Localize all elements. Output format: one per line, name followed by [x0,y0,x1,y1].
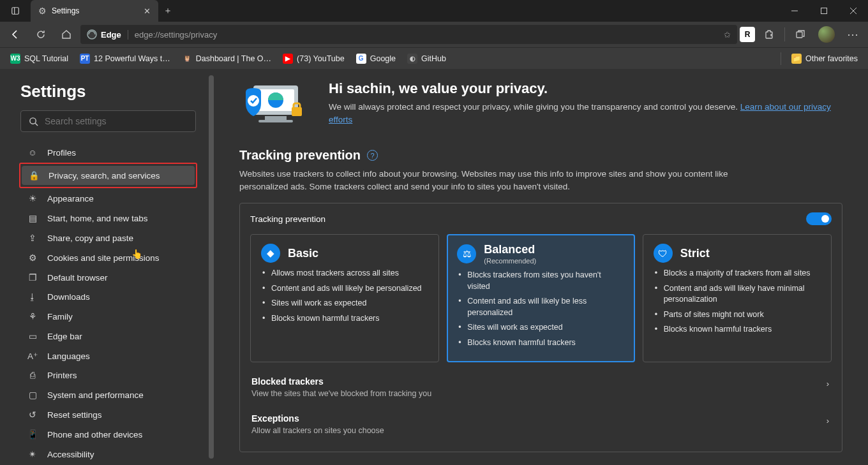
new-tab-button[interactable]: ＋ [158,0,177,22]
window-minimize-button[interactable] [780,0,809,22]
sidebar-item-label: Reset settings [47,410,102,420]
system-icon: ▢ [27,390,38,400]
reset-icon: ↺ [27,410,38,420]
bookmark-item[interactable]: ◐GitHub [403,51,450,66]
collections-button[interactable] [789,24,812,45]
extensions-button[interactable] [758,24,781,45]
favicon-icon: ◐ [407,54,417,64]
sidebar-item-printers[interactable]: ⎙Printers [20,366,196,385]
window-titlebar: ⚙ Settings ✕ ＋ [0,0,868,22]
bookmark-item[interactable]: PT12 Powerful Ways t… [76,51,174,66]
favicon-icon: G [356,54,366,64]
sidebar-item-edgebar[interactable]: ▭Edge bar [20,327,196,346]
sidebar-item-cookies[interactable]: ⚙Cookies and site permissions [20,248,196,267]
bookmark-item[interactable]: 🦉Dashboard | The O… [178,51,275,66]
sidebar-item-appearance[interactable]: ☀Appearance [20,189,196,208]
search-icon [29,117,38,126]
sidebar-item-default-browser[interactable]: ❐Default browser [20,268,196,287]
sidebar-item-reset[interactable]: ↺Reset settings [20,405,196,424]
favicon-icon: W3 [10,54,20,64]
sidebar-item-privacy[interactable]: 🔒Privacy, search, and services [22,166,195,185]
card-bullet: Blocks trackers from sites you haven't v… [457,270,624,292]
sidebar-item-downloads[interactable]: ⭳Downloads [20,288,196,306]
bookmark-item[interactable]: W3SQL Tutorial [6,51,72,66]
sidebar-item-system[interactable]: ▢System and performance [20,385,196,404]
card-bullet: Sites will work as expected [261,298,428,309]
close-tab-button[interactable]: ✕ [144,6,151,16]
exceptions-link[interactable]: Exceptions Allow all trackers on sites y… [250,406,832,443]
person-icon: ☺ [27,148,38,158]
tracking-card-basic[interactable]: ◆Basic Allows most trackers across all s… [250,234,439,362]
bookmark-label: SQL Tutorial [24,54,68,63]
chevron-right-icon: › [827,416,829,425]
favicon-icon: PT [80,54,90,64]
app-menu-button[interactable]: ⋯ [841,24,864,45]
svg-point-8 [30,117,36,123]
card-subtitle: (Recommended) [484,257,536,265]
browser-tab[interactable]: ⚙ Settings ✕ [31,0,158,22]
download-icon: ⭳ [27,292,38,302]
browser-toolbar: Edge edge://settings/privacy ✩ R ⋯ [0,22,868,47]
sidebar-item-label: Start, home, and new tabs [47,214,148,223]
tab-label: Settings [52,6,138,15]
extension-badge[interactable]: R [740,27,755,42]
other-favorites-button[interactable]: 📁Other favorites [788,51,862,66]
tab-actions-button[interactable] [4,1,27,21]
page-title: Settings [20,82,196,101]
svg-rect-3 [821,8,827,14]
svg-rect-0 [12,8,19,15]
sidebar-item-languages[interactable]: A⁺Languages [20,346,196,365]
gear-icon: ⚙ [38,6,47,16]
sidebar-item-accessibility[interactable]: ✴Accessibility [20,445,196,464]
hero-body: We will always protect and respect your … [329,101,842,126]
row-desc: Allow all trackers on sites you choose [251,426,830,435]
tracking-card-strict[interactable]: 🛡Strict Blocks a majority of trackers fr… [643,234,832,362]
window-maximize-button[interactable] [809,0,839,22]
card-bullet: Parts of sites might not work [654,309,821,321]
window-close-button[interactable] [839,0,868,22]
folder-icon: 📁 [791,54,802,64]
sidebar-item-share[interactable]: ⇪Share, copy and paste [20,228,196,247]
sidebar-item-profiles[interactable]: ☺Profiles [20,144,196,162]
bookmark-item[interactable]: GGoogle [352,51,400,66]
sidebar-item-label: Privacy, search, and services [49,171,160,181]
svg-rect-14 [258,120,293,122]
favicon-icon: ▶ [283,54,293,64]
chevron-right-icon: › [827,379,829,388]
tracking-prevention-toggle[interactable] [806,212,832,225]
edge-logo-icon [87,29,97,40]
favicon-icon: 🦉 [182,54,192,64]
row-title: Blocked trackers [251,376,830,387]
sidebar-item-label: Phone and other devices [47,430,142,439]
window-icon: ▤ [27,213,38,223]
basic-badge-icon: ◆ [261,244,280,263]
settings-sidebar: Settings ☺Profiles 🔒Privacy, search, and… [0,69,214,465]
search-settings[interactable] [20,110,196,132]
settings-main: Hi sachin, we value your privacy. We wil… [214,69,868,465]
card-bullet: Content and ads will likely be personali… [261,283,428,295]
svg-rect-13 [265,116,287,120]
blocked-trackers-link[interactable]: Blocked trackers View the sites that we'… [250,369,832,406]
home-button[interactable] [55,24,78,45]
bookmark-label: 12 Powerful Ways t… [94,54,170,63]
sidebar-item-phone[interactable]: 📱Phone and other devices [20,425,196,444]
url-text: edge://settings/privacy [128,30,217,40]
refresh-button[interactable] [29,24,52,45]
search-input[interactable] [45,116,188,126]
site-identity: Edge [87,29,121,40]
info-icon[interactable]: ? [367,150,378,161]
card-title: Balanced [484,243,536,256]
sidebar-item-family[interactable]: ⚘Family [20,307,196,326]
sidebar-item-start[interactable]: ▤Start, home, and new tabs [20,209,196,228]
profile-avatar[interactable] [818,26,835,43]
section-description: Websites use trackers to collect info ab… [239,168,756,193]
favorite-star-icon[interactable]: ✩ [724,30,731,40]
back-button[interactable] [4,24,27,45]
bookmark-item[interactable]: ▶(73) YouTube [279,51,348,66]
privacy-hero: Hi sachin, we value your privacy. We wil… [239,80,842,129]
address-bar[interactable]: Edge edge://settings/privacy ✩ [80,25,737,44]
share-icon: ⇪ [27,233,38,243]
tracking-card-balanced[interactable]: ⚖Balanced(Recommended) Blocks trackers f… [447,234,634,362]
card-bullet: Content and ads will likely have minimal… [654,283,821,306]
strict-badge-icon: 🛡 [654,244,673,263]
